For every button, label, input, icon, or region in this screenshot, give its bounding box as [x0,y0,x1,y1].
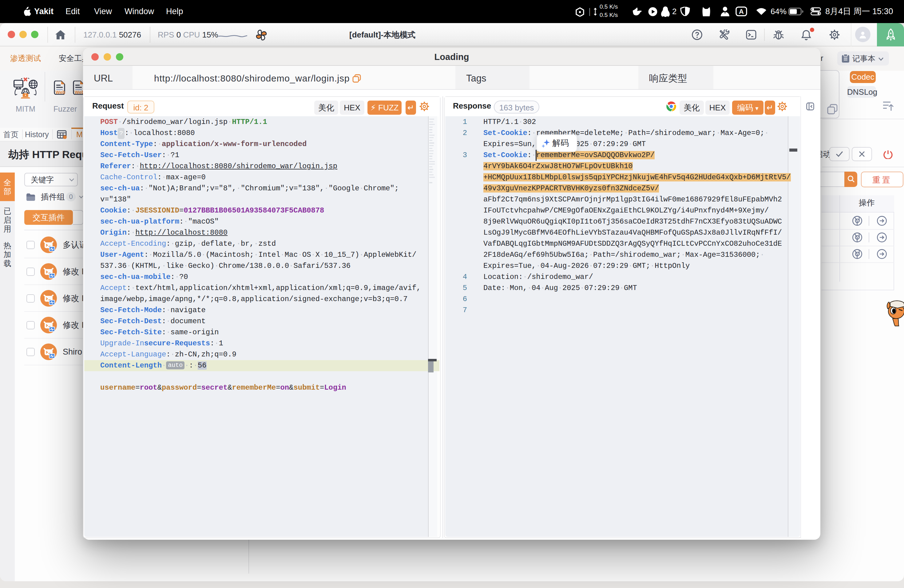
svg-text:Web: Web [56,90,65,95]
